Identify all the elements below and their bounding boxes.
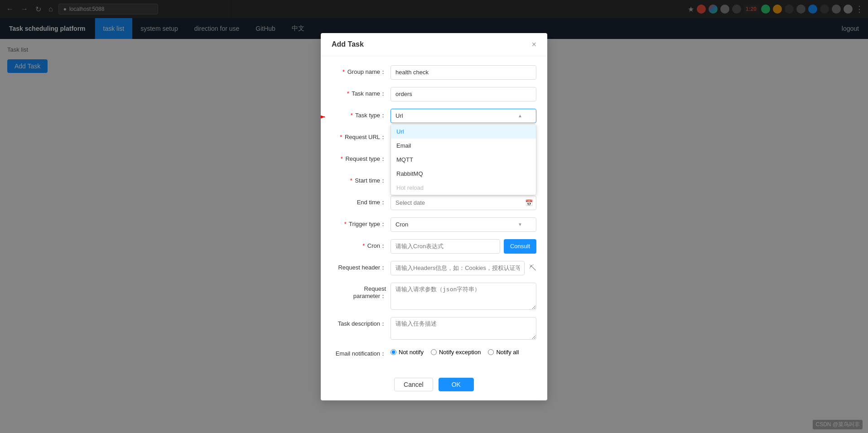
cron-wrapper: Consult: [391, 239, 536, 254]
cron-input[interactable]: [391, 239, 500, 254]
option-url[interactable]: Url: [391, 125, 536, 139]
end-time-row: End time： 📅: [332, 196, 536, 210]
task-type-label: * Task type：: [332, 109, 391, 120]
trigger-type-label: * Trigger type：: [332, 217, 391, 228]
notify-exception-label: Notify exception: [439, 349, 481, 356]
request-url-label: * Request URL：: [332, 130, 391, 141]
option-email[interactable]: Email: [391, 139, 536, 153]
notify-all-label: Notify all: [496, 349, 519, 356]
modal-footer: Cancel OK: [321, 372, 547, 400]
task-type-select[interactable]: Url ▲: [391, 109, 536, 123]
email-notif-label: Email notification：: [332, 347, 391, 358]
radio-not-notify-input[interactable]: [391, 349, 396, 355]
request-header-input[interactable]: [391, 261, 525, 275]
not-notify-label: Not notify: [399, 349, 424, 356]
radio-not-notify[interactable]: Not notify: [391, 349, 424, 356]
cron-label: * Cron：: [332, 239, 391, 250]
trigger-type-row: * Trigger type： Cron ▼: [332, 217, 536, 232]
trigger-type-select-wrapper[interactable]: Cron ▼: [391, 217, 536, 232]
chevron-down-icon2: ▼: [518, 222, 522, 227]
trigger-type-select[interactable]: Cron ▼: [391, 217, 536, 232]
request-param-row: Request parameter：: [332, 283, 536, 310]
option-rabbitmq[interactable]: RabbitMQ: [391, 167, 536, 181]
end-time-wrapper: 📅: [391, 196, 536, 210]
start-time-label: * Start time：: [332, 174, 391, 185]
task-type-dropdown: Url Email MQTT RabbitMQ Hot reload: [391, 124, 536, 195]
email-notif-row: Email notification： Not notify Notify ex…: [332, 347, 536, 358]
group-name-row: * Group name：: [332, 65, 536, 80]
radio-notify-exception-input[interactable]: [431, 349, 437, 355]
radio-notify-all-input[interactable]: [488, 349, 494, 355]
option-mqtt[interactable]: MQTT: [391, 153, 536, 167]
request-header-label: Request header：: [332, 261, 391, 272]
request-header-row: Request header： ⛏: [332, 261, 536, 275]
group-name-label: * Group name：: [332, 65, 391, 76]
cancel-button[interactable]: Cancel: [394, 378, 433, 391]
chevron-up-icon: ▲: [518, 113, 522, 118]
modal-title: Add Task: [332, 40, 364, 48]
task-desc-row: Task description：: [332, 317, 536, 340]
cron-row: * Cron： Consult: [332, 239, 536, 254]
task-name-input[interactable]: [391, 87, 536, 101]
radio-notify-all[interactable]: Notify all: [488, 349, 519, 356]
task-desc-label: Task description：: [332, 317, 391, 328]
request-header-wrapper: ⛏: [391, 261, 536, 275]
task-type-value: Url: [395, 112, 403, 119]
consult-button[interactable]: Consult: [504, 239, 536, 254]
task-type-row: * Task type： Url ▲: [332, 109, 536, 123]
calendar-icon: 📅: [525, 199, 533, 207]
left-arrow: [321, 112, 327, 121]
copy-icon-btn[interactable]: ⛏: [529, 264, 536, 272]
ok-button[interactable]: OK: [439, 378, 474, 391]
modal-header: Add Task ×: [321, 33, 547, 56]
task-name-row: * Task name：: [332, 87, 536, 101]
request-param-input[interactable]: [391, 283, 536, 310]
modal-body: * Group name： * Task name： * Task type：: [321, 56, 547, 372]
modal-overlay: Add Task × * Group name： * Task name：: [0, 0, 868, 433]
group-name-input[interactable]: [391, 65, 536, 80]
end-time-input[interactable]: [391, 196, 536, 210]
task-name-label: * Task name：: [332, 87, 391, 98]
request-param-label: Request parameter：: [332, 283, 391, 300]
task-desc-input[interactable]: [391, 317, 536, 340]
modal-close-button[interactable]: ×: [531, 40, 536, 48]
end-time-label: End time：: [332, 196, 391, 207]
radio-notify-exception[interactable]: Notify exception: [431, 349, 481, 356]
option-hot-reload[interactable]: Hot reload: [391, 181, 536, 195]
add-task-modal: Add Task × * Group name： * Task name：: [321, 33, 547, 400]
trigger-type-value: Cron: [395, 221, 408, 228]
email-notif-group: Not notify Notify exception Notify all: [391, 347, 519, 356]
request-type-label: * Request type：: [332, 152, 391, 163]
task-type-select-wrapper[interactable]: Url ▲ Url Email MQTT RabbitMQ Hot reload: [391, 109, 536, 123]
